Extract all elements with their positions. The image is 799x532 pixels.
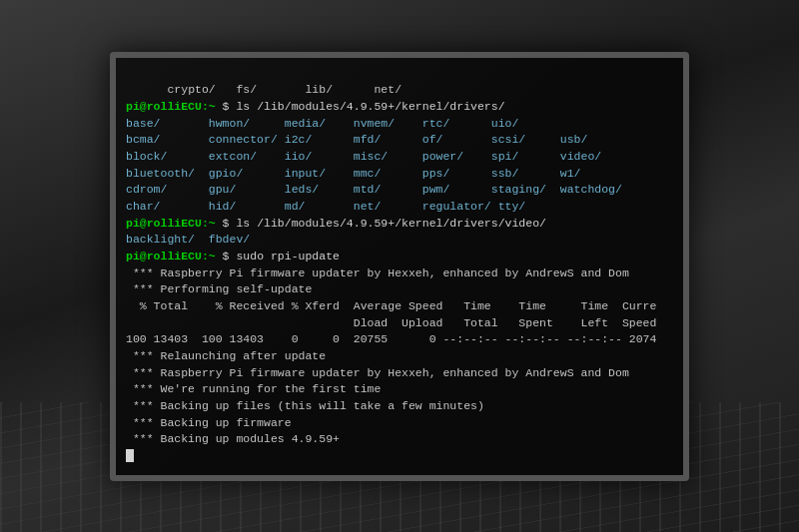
line-14: % Total % Received % Xferd Average Speed…	[126, 299, 656, 312]
line-9: pi@rolliECU:~ $ ls /lib/modules/4.9.59+/…	[126, 217, 546, 230]
line-17: *** Relaunching after update	[126, 349, 326, 362]
line-1: crypto/ fs/ lib/ net/	[167, 83, 401, 96]
line-4: bcma/ connector/ i2c/ mfd/ of/ scsi/ usb…	[126, 133, 587, 146]
line-16: 100 13403 100 13403 0 0 20755 0 --:--:--…	[126, 332, 656, 345]
line-7: cdrom/ gpu/ leds/ mtd/ pwm/ staging/ wat…	[126, 183, 622, 196]
line-19: *** We're running for the first time	[126, 382, 381, 395]
terminal-screen: crypto/ fs/ lib/ net/ pi@rolliECU:~ $ ls…	[116, 58, 683, 475]
line-5: block/ extcon/ iio/ misc/ power/ spi/ vi…	[126, 150, 601, 163]
line-20: *** Backing up files (this will take a f…	[126, 399, 484, 412]
line-12: *** Raspberry Pi firmware updater by Hex…	[126, 266, 629, 279]
monitor: crypto/ fs/ lib/ net/ pi@rolliECU:~ $ ls…	[110, 52, 689, 481]
line-22: *** Backing up modules 4.9.59+	[126, 432, 340, 445]
line-21: *** Backing up firmware	[126, 416, 292, 429]
line-11: pi@rolliECU:~ $ sudo rpi-update	[126, 250, 340, 263]
line-15: Dload Upload Total Spent Left Speed	[126, 316, 656, 329]
line-13: *** Performing self-update	[126, 282, 312, 295]
line-8: char/ hid/ md/ net/ regulator/ tty/	[126, 200, 525, 213]
line-3: base/ hwmon/ media/ nvmem/ rtc/ uio/	[126, 117, 518, 130]
line-2: pi@rolliECU:~ $ ls /lib/modules/4.9.59+/…	[126, 100, 505, 113]
line-18: *** Raspberry Pi firmware updater by Hex…	[126, 366, 629, 379]
photo-frame: crypto/ fs/ lib/ net/ pi@rolliECU:~ $ ls…	[0, 0, 799, 532]
line-6: bluetooth/ gpio/ input/ mmc/ pps/ ssb/ w…	[126, 167, 580, 180]
cursor-block	[126, 449, 134, 462]
line-10: backlight/ fbdev/	[126, 233, 250, 246]
